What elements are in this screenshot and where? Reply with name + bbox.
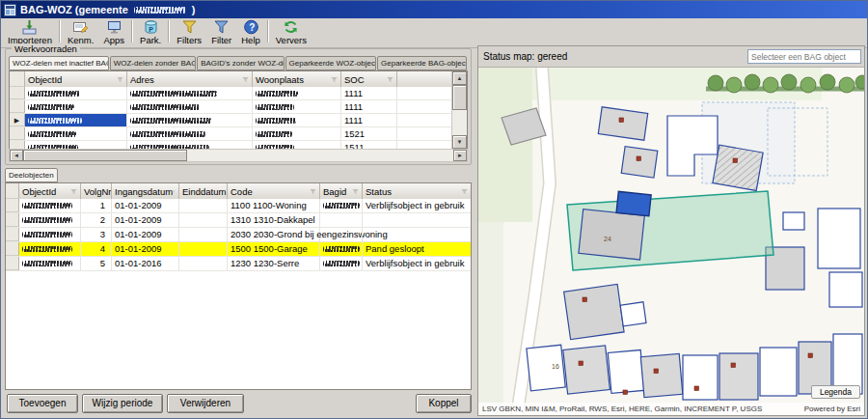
tab-geparkeerde-woz-objecten[interactable]: Geparkeerde WOZ-objecten <box>285 56 376 70</box>
tab-geparkeerde-bag-objecten[interactable]: Geparkeerde BAG-objecten <box>377 56 467 70</box>
column-header-status[interactable]: Status <box>363 183 471 199</box>
wijzig-periode-button[interactable]: Wijzig periode <box>82 394 163 413</box>
row-selector[interactable] <box>6 213 19 227</box>
column-filter-icon[interactable] <box>461 188 468 195</box>
redacted-text <box>22 261 72 266</box>
cell-volgnr: 5 <box>81 257 112 270</box>
tab-woz-delen-zonder-bagid[interactable]: WOZ-delen zonder BAGID <box>110 56 196 70</box>
row-selector[interactable] <box>6 242 19 256</box>
column-header-woonplaats[interactable]: Woonplaats <box>253 71 341 87</box>
row-selector[interactable] <box>6 199 19 212</box>
toolbar-kenmerken[interactable]: Kenm. <box>63 19 98 45</box>
column-filter-icon[interactable] <box>352 188 359 195</box>
scroll-left-button[interactable]: ◄ <box>10 150 23 161</box>
werkvoorraden-grid: ObjectId Adres Woonplaats SOC 1111 <box>9 70 468 150</box>
table-row-selected[interactable]: ▶ 1111 <box>10 114 452 127</box>
table-row[interactable]: 3 01-01-2009 2030 2030-Grond bij eengezi… <box>6 228 471 242</box>
scroll-down-button[interactable]: ▼ <box>452 135 467 149</box>
column-header-einddatum[interactable]: Einddatum <box>179 183 228 199</box>
tab-deelobjecten[interactable]: Deelobjecten <box>5 168 58 182</box>
column-header-objectid[interactable]: ObjectId <box>25 71 127 87</box>
column-header-soc[interactable]: SOC <box>341 71 397 87</box>
grid-rows: 1 01-01-2009 1100 1100-Woning Verblijfso… <box>6 199 471 389</box>
table-row-highlighted[interactable]: 4 01-01-2009 1500 1500-Garage Pand geslo… <box>6 242 471 257</box>
row-selector[interactable] <box>10 87 25 99</box>
cell-woonplaats <box>253 100 341 113</box>
app-icon <box>4 4 16 16</box>
column-filter-icon[interactable] <box>331 76 338 83</box>
toolbar-importeren[interactable]: Importeren <box>3 19 57 45</box>
column-header-ingangsdatum[interactable]: Ingangsdatum <box>112 183 179 199</box>
row-selector[interactable] <box>6 257 19 270</box>
cell-bagid <box>320 242 363 256</box>
cell-status <box>363 228 471 241</box>
column-header-adres[interactable]: Adres <box>127 71 253 87</box>
toolbar-filter[interactable]: Filter <box>206 19 236 45</box>
cell-ingangsdatum: 01-01-2009 <box>112 199 179 212</box>
table-row[interactable]: 1521 <box>10 127 452 141</box>
column-header-label: ObjectId <box>28 74 62 85</box>
cell-objectid <box>19 242 81 256</box>
cell-objectid <box>19 213 81 227</box>
row-selector[interactable] <box>10 127 25 140</box>
selected-building[interactable] <box>616 191 651 215</box>
row-selector[interactable] <box>10 100 25 113</box>
table-row[interactable]: 1 01-01-2009 1100 1100-Woning Verblijfso… <box>6 199 471 213</box>
table-row[interactable]: 1111 <box>10 100 452 114</box>
scrollbar-thumb[interactable] <box>452 85 467 110</box>
column-header-label: Adres <box>130 74 154 85</box>
grid-rows: 1111 1111 ▶ <box>10 87 452 149</box>
map-canvas[interactable]: 24 16 Leg <box>478 68 864 415</box>
vertical-scrollbar[interactable]: ▲ ▼ <box>451 71 467 149</box>
legenda-button[interactable]: Legenda <box>811 385 860 399</box>
toolbar-separator <box>267 20 269 42</box>
column-header-code[interactable]: Code <box>228 183 320 199</box>
toolbar-filters[interactable]: Filters <box>172 19 206 45</box>
column-filter-icon[interactable] <box>117 76 123 83</box>
form-pencil-icon <box>72 19 89 35</box>
cell-status: Verblijfsobject in gebruik <box>363 199 471 212</box>
column-filter-icon[interactable] <box>70 188 77 195</box>
parcel-building: 24 <box>579 210 644 260</box>
toolbar-parkeren[interactable]: P Park. <box>135 19 166 45</box>
cell-einddatum <box>179 257 228 270</box>
row-selector-header <box>6 183 19 199</box>
table-row[interactable]: 1111 <box>10 87 452 100</box>
toolbar-ververs[interactable]: Ververs <box>271 19 312 45</box>
table-row[interactable]: 5 01-01-2016 1230 1230-Serre Verblijfsob… <box>6 257 471 271</box>
cell-objectid <box>19 199 81 212</box>
column-filter-icon[interactable] <box>310 188 316 195</box>
column-filter-icon[interactable] <box>242 76 249 83</box>
cell-einddatum <box>179 242 228 256</box>
table-row[interactable]: 2 01-01-2009 1310 1310-Dakkapel <box>6 213 471 228</box>
cell-volgnr: 3 <box>81 228 112 241</box>
redacted-text <box>22 232 72 237</box>
redacted-text <box>323 261 360 266</box>
cell-woonplaats <box>253 127 341 140</box>
toolbar-help[interactable]: ? Help <box>236 19 265 45</box>
toevoegen-button[interactable]: Toevoegen <box>7 394 78 413</box>
column-header-volgnr[interactable]: VolgNr <box>81 183 112 199</box>
bag-object-search-input[interactable] <box>747 49 861 64</box>
cell-volgnr: 2 <box>81 213 112 227</box>
column-filter-icon[interactable] <box>173 188 176 195</box>
row-selector[interactable] <box>6 228 19 241</box>
scrollbar-thumb[interactable] <box>23 150 187 161</box>
tab-woz-delen-met-inactief-bagid[interactable]: WOZ-delen met inactief BAGID <box>9 56 109 70</box>
verwijderen-button[interactable]: Verwijderen <box>167 394 244 413</box>
database-icon: P <box>143 19 159 35</box>
scroll-right-button[interactable]: ► <box>453 150 467 161</box>
column-filter-icon[interactable] <box>387 76 393 83</box>
toolbar-separator <box>59 20 61 42</box>
cell-bagid <box>320 257 363 270</box>
horizontal-scrollbar[interactable]: ◄ ► <box>9 149 468 162</box>
column-header-bagid[interactable]: Bagid <box>320 183 363 199</box>
cell-status: Pand gesloopt <box>363 242 471 256</box>
koppel-button[interactable]: Koppel <box>416 394 472 413</box>
tab-bagids-zonder-woz-deel[interactable]: BAGID's zonder WOZ-deel <box>197 56 284 70</box>
cell-woonplaats <box>253 114 341 126</box>
scroll-up-button[interactable]: ▲ <box>452 71 467 85</box>
row-selector-current[interactable]: ▶ <box>10 114 25 126</box>
column-header-objectid[interactable]: ObjectId <box>19 183 81 199</box>
toolbar-apps[interactable]: Apps <box>98 19 129 45</box>
